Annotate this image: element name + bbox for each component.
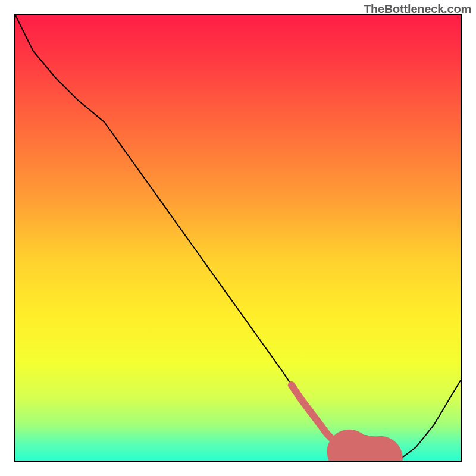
curve-layer xyxy=(15,15,461,461)
bottleneck-curve xyxy=(15,15,461,461)
highlight-dots xyxy=(327,430,403,461)
watermark-text: TheBottleneck.com xyxy=(364,2,471,16)
chart-area xyxy=(14,14,462,462)
